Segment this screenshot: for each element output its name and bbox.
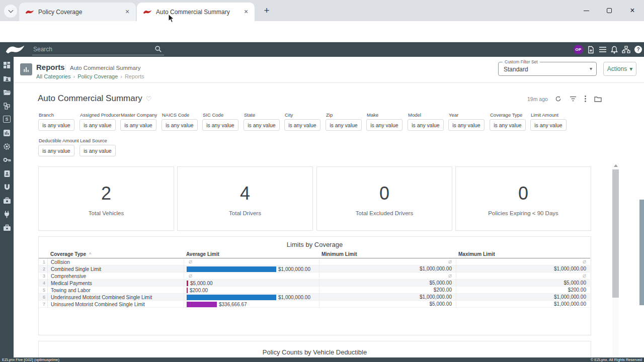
table-row: 5 Towing and Labor $200.00 $200.00 $200.… [39,287,590,294]
filter-label: Assigned Producer [80,112,120,118]
browser-window: Policy Coverage × Auto Commercial Summar… [0,0,644,362]
window-minimize-button[interactable] [579,5,594,16]
folder-icon[interactable] [594,96,602,102]
page-scrollbar-thumb[interactable] [639,200,644,305]
tab-policy-coverage[interactable]: Policy Coverage × [19,3,136,21]
page-subtitle: Auto Commercial Summary [70,65,141,71]
sidebar-item-open-folder[interactable] [3,88,11,96]
table-row: 6 Underinsured Motorist Combined Single … [39,294,590,301]
org-chart-icon[interactable] [622,46,630,53]
ezlynx-favicon [143,9,152,15]
add-document-icon[interactable] [587,46,595,54]
sidebar-item-settings[interactable] [3,142,11,150]
search-icon[interactable] [154,45,162,53]
dashboard-title: Auto Commercial Summary [38,94,142,104]
coverage-type-cell: Uninsured Motorist Combined Single Limit [48,302,184,307]
help-icon[interactable]: ? [634,46,642,53]
column-header-maximum-limit[interactable]: Maximum Limit [456,251,590,258]
filter-toggle-button[interactable] [570,96,577,102]
tab-search-button[interactable] [4,5,17,18]
kpi-value: 0 [456,183,591,204]
coverage-type-cell: Comprehensive [48,274,184,279]
window-maximize-button[interactable] [602,5,617,16]
chart-title: Policy Counts by Vehicle Deductible [39,348,591,356]
list-icon[interactable] [599,46,607,53]
filter-value-city[interactable]: is any value [284,119,320,131]
filter-value-limit-amount[interactable]: is any value [530,119,567,131]
breadcrumb: All Categories › Policy Coverage › Repor… [36,73,144,79]
chevron-down-icon: ▾ [590,66,592,71]
filter-value-sic-code[interactable]: is any value [202,119,238,131]
sidebar-item-retention-magnet[interactable] [3,183,11,191]
filter-value-model[interactable]: is any value [408,119,444,131]
refresh-button[interactable] [555,96,561,102]
dashboard-scrollbar[interactable] [612,163,619,357]
notifications-bell-icon[interactable] [611,46,618,54]
coverage-type-cell: Medical Payments [48,281,184,286]
scroll-up-arrow-icon[interactable] [614,164,618,167]
favorite-heart-icon[interactable]: ♡ [146,95,152,103]
window-close-button[interactable]: × [625,5,640,16]
column-header-average-limit[interactable]: Average Limit [184,251,319,258]
column-header-coverage-type[interactable]: Coverage Type^ [48,251,184,258]
table-row: 3 Comprehensive Ø Ø Ø [39,273,590,280]
kpi-total-drivers: 4 Total Drivers [177,166,313,231]
average-limit-cell: Ø [184,273,319,280]
last-refresh-text: 19m ago [527,96,548,102]
row-number: 1 [39,258,48,265]
filter-label: Deductible Amount [39,138,79,143]
app-sidebar: S [0,57,14,357]
tab-close-icon[interactable]: × [123,8,132,17]
table-row: 7 Uninsured Motorist Combined Single Lim… [39,301,590,308]
filter-value-branch[interactable]: is any value [38,119,74,131]
kpi-label: Total Drivers [178,210,312,216]
filter-value-state[interactable]: is any value [244,119,280,131]
filter-value-coverage-type[interactable]: is any value [490,119,526,131]
breadcrumb-all-categories[interactable]: All Categories [36,73,70,79]
filter-label: Limit Amount [531,112,558,118]
filter-value-make[interactable]: is any value [366,119,403,131]
filter-value-naics-code[interactable]: is any value [162,119,198,131]
minimum-limit-cell: $1,000,000.00 [319,265,456,273]
chevron-down-icon: ▾ [629,65,632,72]
tab-close-icon[interactable]: × [242,8,251,17]
scrollbar-thumb[interactable] [612,169,619,298]
maximum-limit-cell: $200.00 [456,287,590,294]
sidebar-item-accounts[interactable] [3,74,11,82]
new-tab-button[interactable]: + [261,5,273,17]
minimum-limit-cell: $5,000.00 [319,280,456,287]
sidebar-item-contacts-book[interactable] [3,169,11,177]
sidebar-item-reports[interactable] [3,129,11,137]
actions-button[interactable]: Actions ▾ [603,62,636,76]
browser-toolbar: ← → app.ezlynx.com/web/looker-reports/re… [0,21,644,42]
sidebar-item-carrier-toolbox[interactable] [3,224,11,232]
filter-label: Zip [326,112,333,118]
sidebar-item-agency-tools[interactable] [3,197,11,205]
search-input[interactable] [32,44,148,53]
sidebar-item-organization[interactable] [3,102,11,110]
tab-auto-commercial-summary[interactable]: Auto Commercial Summary × [137,3,255,21]
sidebar-item-dashboard[interactable] [3,61,11,69]
filter-value-lead-source[interactable]: is any value [79,145,116,156]
maximize-icon [607,8,612,13]
filter-value-deductible-amount[interactable]: is any value [38,145,74,156]
average-limit-cell: $336,666.67 [184,301,319,308]
filter-value-assigned-producer[interactable]: is any value [79,119,116,131]
sidebar-item-integrations-plug[interactable] [3,210,11,218]
breadcrumb-reports: Reports [125,73,144,79]
global-search [32,44,164,55]
filter-value-zip[interactable]: is any value [326,119,362,131]
custom-filter-set-select[interactable]: Custom Filter Set Standard ▾ [498,62,597,76]
filter-value-year[interactable]: is any value [448,119,485,131]
sidebar-item-access-key[interactable] [3,156,11,164]
sidebar-item-sales-center[interactable]: S [3,115,11,123]
filter-value-master-company[interactable]: is any value [120,119,156,131]
minimize-icon [584,11,589,11]
custom-filter-set-label: Custom Filter Set [503,59,540,64]
user-avatar[interactable]: OP [574,45,583,54]
breadcrumb-policy-coverage[interactable]: Policy Coverage [77,73,118,79]
column-header-minimum-limit[interactable]: Minimum Limit [319,251,456,258]
dashboard-menu-button[interactable] [585,96,586,102]
kpi-total-vehicles: 2 Total Vehicles [38,166,174,231]
reports-icon [20,63,32,75]
